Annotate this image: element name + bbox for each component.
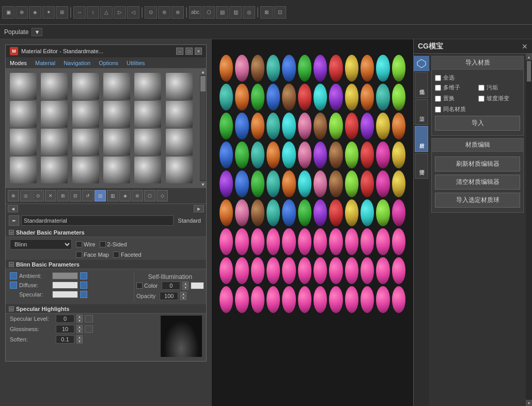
mat-ball-r1c6[interactable] [298,55,311,82]
glossiness-input[interactable] [56,325,74,333]
mat-ball-r3c12[interactable] [392,113,405,139]
mat-ball-r6c3[interactable] [251,199,264,226]
mat-ball-r9c11[interactable] [376,286,389,313]
mat-ball-r2c6[interactable] [298,84,311,111]
mat-ball-r2c11[interactable] [376,84,389,111]
mat-ball-r5c4[interactable] [267,170,280,197]
mat-ball-r2c2[interactable] [235,84,248,111]
mat-ball-r8c9[interactable] [345,257,358,284]
mat-ball-r6c1[interactable] [220,199,233,226]
gradient-checkbox[interactable] [478,96,484,102]
toolbar-icon-12[interactable]: ⊚ [158,6,170,19]
mat-ball-r3c4[interactable] [267,113,280,139]
mat-ball-r7c5[interactable] [282,228,295,255]
mat-ball-r9c3[interactable] [251,286,264,313]
mat-ball-r4c7[interactable] [314,142,327,168]
diffuse-map-icon[interactable] [80,282,87,289]
scroll-up[interactable]: ▲ [200,69,206,75]
toolbar-icon-10[interactable]: ◁ [127,6,139,19]
mat-ball-r3c11[interactable] [376,113,389,139]
vtab-material[interactable]: 材质 [415,126,428,152]
tool-paste[interactable]: ⊟ [70,190,81,201]
diffuse-lock-icon[interactable] [10,282,17,289]
import-selected-btn[interactable]: 导入选定材质球 [435,193,520,208]
tool-copy[interactable]: ⊞ [57,190,69,201]
tool-reset[interactable]: ↺ [82,190,93,201]
sphere-cell-10[interactable] [103,101,130,128]
wire-checkbox[interactable] [76,241,82,247]
mat-ball-r1c10[interactable] [361,55,374,82]
mat-close-btn[interactable]: ✕ [195,48,202,55]
nav-left[interactable]: ◀ [8,205,18,212]
mat-ball-r3c7[interactable] [314,113,327,139]
mat-ball-r7c7[interactable] [314,228,327,255]
sphere-cell-15[interactable] [72,129,99,155]
toolbar-icon-8[interactable]: △ [100,6,113,19]
mat-ball-r4c2[interactable] [235,142,248,168]
sphere-cell-5[interactable] [134,73,161,100]
mat-ball-r1c11[interactable] [376,55,389,82]
toolbar-icon-4[interactable]: ✦ [42,6,55,19]
mat-ball-r1c9[interactable] [345,55,358,82]
sphere-cell-11[interactable] [134,101,161,128]
sphere-cell-17[interactable] [134,129,161,155]
mat-ball-r9c5[interactable] [282,286,295,313]
mat-ball-r6c6[interactable] [298,199,311,226]
sphere-cell-4[interactable] [103,73,130,100]
mat-ball-r7c11[interactable] [376,228,389,255]
mat-ball-r7c12[interactable] [392,228,405,255]
sphere-cell-7[interactable] [10,101,37,128]
specular-collapse-btn[interactable]: – [9,306,14,311]
mat-ball-r2c7[interactable] [314,84,327,111]
spin-up[interactable]: ▲ [182,282,189,286]
mat-ball-r1c8[interactable] [329,55,342,82]
multi-sub-checkbox[interactable] [435,85,441,91]
scroll-thumb[interactable] [200,76,206,91]
mat-ball-r3c5[interactable] [282,113,295,139]
mat-ball-r5c3[interactable] [251,170,264,197]
tool-backlight[interactable]: ◈ [119,190,131,201]
soften-up[interactable]: ▲ [76,335,83,339]
mat-ball-r7c2[interactable] [235,228,248,255]
mat-ball-r2c8[interactable] [329,84,342,111]
blinn-collapse-btn[interactable]: – [9,262,14,267]
two-sided-checkbox-label[interactable]: 2-Sided [100,241,127,247]
import-btn[interactable]: 导入 [435,116,520,131]
sphere-cell-20[interactable] [41,157,68,183]
mat-ball-r1c1[interactable] [220,55,233,82]
toolbar-icon-20[interactable]: ⊡ [274,6,286,19]
mat-ball-r8c1[interactable] [220,257,233,284]
sphere-cell-2[interactable] [41,73,68,100]
mat-ball-r1c5[interactable] [282,55,295,82]
toolbar-icon-18[interactable]: ◎ [243,6,255,19]
mat-ball-r9c6[interactable] [298,286,311,313]
wire-checkbox-label[interactable]: Wire [76,241,96,247]
mat-name-input[interactable] [21,215,174,226]
spec-level-up[interactable]: ▲ [76,315,83,319]
mat-ball-r4c3[interactable] [251,142,264,168]
gloss-down[interactable]: ▼ [76,329,83,333]
populate-dropdown[interactable]: ▼ [32,28,42,36]
mat-ball-r4c1[interactable] [220,142,233,168]
sphere-cell-23[interactable] [134,157,161,183]
gloss-map[interactable] [85,325,93,333]
mat-ball-r9c12[interactable] [392,286,405,313]
tool-more2[interactable]: ◇ [157,190,168,201]
mat-ball-r3c2[interactable] [235,113,248,139]
mat-ball-r4c5[interactable] [282,142,295,168]
mat-ball-r2c12[interactable] [392,84,405,111]
mat-ball-r8c8[interactable] [329,257,342,284]
mat-ball-r6c10[interactable] [361,199,374,226]
opacity-spin-down[interactable]: ▼ [180,296,186,300]
mat-ball-r6c5[interactable] [282,199,295,226]
mat-ball-r8c2[interactable] [235,257,248,284]
mat-ball-r5c11[interactable] [376,170,389,197]
mat-ball-r7c6[interactable] [298,228,311,255]
mat-ball-r4c10[interactable] [361,142,374,168]
mat-ball-r5c6[interactable] [298,170,311,197]
ambient-lock-icon[interactable] [10,272,17,279]
mat-minimize-btn[interactable]: – [176,48,183,55]
mat-ball-r2c4[interactable] [267,84,280,111]
mat-ball-r3c6[interactable] [298,113,311,139]
mat-ball-r6c9[interactable] [345,199,358,226]
